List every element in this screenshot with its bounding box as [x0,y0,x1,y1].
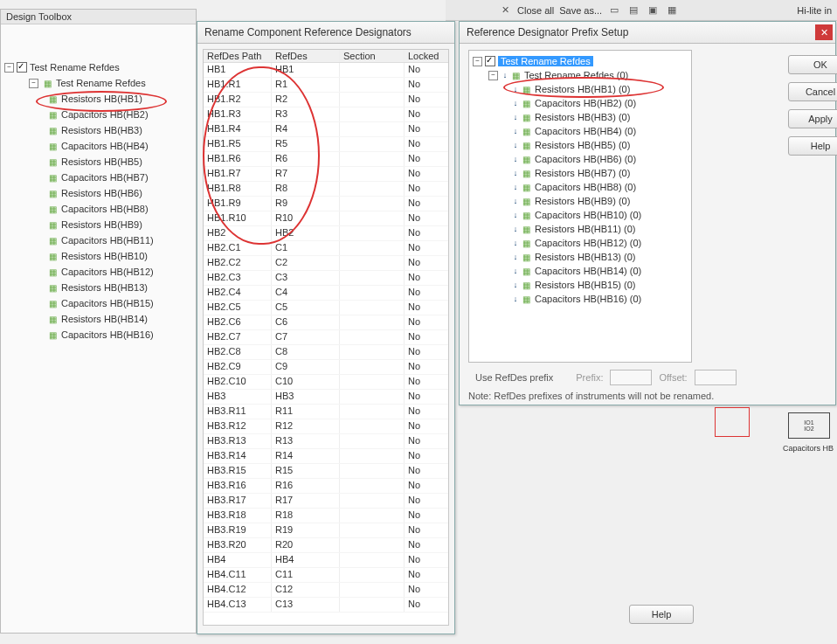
table-row[interactable]: HB1.R10R10No [204,211,448,226]
prefix-tree-item[interactable]: Capacitors HB(HB2) (0) [473,96,688,110]
table-row[interactable]: HB2HB2No [204,226,448,241]
expander-icon[interactable]: − [488,71,498,80]
table-row[interactable]: HB3.R11R11No [204,405,448,419]
tree-item[interactable]: Capacitors HB(HB8) [4,201,196,217]
col-refdes-path[interactable]: RefDes Path [204,50,272,62]
table-row[interactable]: HB2.C10C10No [204,375,448,390]
checkbox-icon[interactable] [485,56,495,66]
table-row[interactable]: HB3.R19R19No [204,523,448,538]
table-row[interactable]: HB4.C11C11No [204,568,448,583]
table-row[interactable]: HB3.R20R20No [204,538,448,553]
toolbar-icon-a[interactable]: ▭ [607,3,621,17]
col-locked[interactable]: Locked [405,50,449,62]
col-section[interactable]: Section [340,50,405,62]
table-row[interactable]: HB1.R7R7No [204,167,448,182]
table-row[interactable]: HB1HB1No [204,63,448,78]
toolbar-icon[interactable]: ✕ [498,3,512,17]
expander-icon[interactable]: − [473,57,482,66]
checkbox-icon[interactable] [17,62,27,73]
prefix-tree-item[interactable]: Capacitors HB(HB16) (0) [473,292,688,306]
tree-item[interactable]: Capacitors HB(HB15) [4,295,196,311]
table-row[interactable]: HB4HB4No [204,553,448,568]
col-refdes[interactable]: RefDes [272,50,340,62]
cancel-button[interactable]: Cancel [788,82,837,101]
table-row[interactable]: HB2.C4C4No [204,286,448,301]
prefix-tree-item[interactable]: Resistors HB(HB5) (0) [473,138,688,152]
table-row[interactable]: HB2.C2C2No [204,256,448,271]
tree-item[interactable]: Resistors HB(HB5) [4,154,196,170]
table-row[interactable]: HB1.R3R3No [204,107,448,122]
table-row[interactable]: HB3.R15R15No [204,464,448,479]
table-row[interactable]: HB3.R16R16No [204,479,448,494]
table-row[interactable]: HB1.R9R9No [204,197,448,211]
table-row[interactable]: HB1.R4R4No [204,122,448,137]
prefix-tree-item[interactable]: Resistors HB(HB11) (0) [473,222,688,236]
prefix-tree-item[interactable]: Resistors HB(HB13) (0) [473,250,688,264]
prefix-tree-item[interactable]: Capacitors HB(HB12) (0) [473,236,688,250]
table-row[interactable]: HB2.C5C5No [204,301,448,315]
prefix-tree-root[interactable]: − Test Rename Refdes [473,54,688,68]
prefix-tree-item[interactable]: Capacitors HB(HB8) (0) [473,180,688,194]
menu-save-as[interactable]: Save as... [559,5,602,16]
prefix-tree-item[interactable]: Capacitors HB(HB14) (0) [473,264,688,278]
table-row[interactable]: HB3.R12R12No [204,419,448,434]
toolbar-icon-b[interactable]: ▤ [626,3,640,17]
table-row[interactable]: HB3.R18R18No [204,509,448,523]
table-row[interactable]: HB1.R5R5No [204,137,448,152]
table-row[interactable]: HB2.C3C3No [204,271,448,286]
prefix-tree-item[interactable]: Resistors HB(HB7) (0) [473,166,688,180]
tree-item[interactable]: Resistors HB(HB10) [4,248,196,264]
table-row[interactable]: HB2.C8C8No [204,345,448,360]
help-button[interactable]: Help [788,136,837,156]
tree-item[interactable]: Resistors HB(HB13) [4,280,196,295]
menu-close-all[interactable]: Close all [517,5,554,16]
tree-item[interactable]: Capacitors HB(HB11) [4,232,196,248]
table-row[interactable]: HB3.R13R13No [204,434,448,449]
table-row[interactable]: HB3.R14R14No [204,449,448,464]
toolbar-icon-c[interactable]: ▣ [646,3,660,17]
help-button-lower[interactable]: Help [629,605,694,624]
table-row[interactable]: HB4.C12C12No [204,583,448,598]
toolbar-icon-d[interactable]: ▦ [665,3,679,17]
tree-subroot[interactable]: − Test Rename Refdes [4,75,196,91]
cell [340,315,405,329]
table-row[interactable]: HB2.C9C9No [204,360,448,375]
prefix-tree-item[interactable]: Resistors HB(HB3) (0) [473,110,688,124]
expander-icon[interactable]: − [4,63,14,73]
table-row[interactable]: HB1.R6R6No [204,152,448,167]
table-row[interactable]: HB2.C1C1No [204,241,448,256]
tree-item[interactable]: Capacitors HB(HB4) [4,138,196,154]
table-row[interactable]: HB2.C7C7No [204,330,448,345]
prefix-tree-item[interactable]: Resistors HB(HB1) (0) [473,82,688,96]
prefix-tree-item[interactable]: Resistors HB(HB9) (0) [473,194,688,208]
tree-root[interactable]: − Test Rename Refdes [4,59,196,75]
prefix-tree-item[interactable]: Capacitors HB(HB6) (0) [473,152,688,166]
tree-item[interactable]: Resistors HB(HB1) [4,91,196,107]
prefix-input[interactable] [610,370,652,385]
table-row[interactable]: HB3HB3No [204,390,448,405]
tree-item[interactable]: Resistors HB(HB9) [4,217,196,232]
prefix-tree-item[interactable]: Capacitors HB(HB10) (0) [473,208,688,222]
table-row[interactable]: HB1.R8R8No [204,182,448,197]
table-row[interactable]: HB2.C6C6No [204,315,448,330]
table-row[interactable]: HB4.C13C13No [204,598,448,613]
apply-button[interactable]: Apply [788,109,837,128]
table-row[interactable]: HB3.R17R17No [204,494,448,509]
tree-item[interactable]: Capacitors HB(HB16) [4,327,196,343]
tree-item[interactable]: Capacitors HB(HB12) [4,264,196,280]
tree-item[interactable]: Resistors HB(HB6) [4,185,196,201]
expander-icon[interactable]: − [29,79,38,88]
table-row[interactable]: HB1.R1R1No [204,78,448,93]
tree-item[interactable]: Capacitors HB(HB7) [4,170,196,185]
prefix-tree-sub[interactable]: − Test Rename Refdes (0) [473,68,688,82]
tree-item[interactable]: Resistors HB(HB3) [4,122,196,138]
prefix-tree-item[interactable]: Capacitors HB(HB4) (0) [473,124,688,138]
ok-button[interactable]: OK [788,55,837,74]
tree-item[interactable]: Capacitors HB(HB2) [4,107,196,122]
offset-input[interactable] [695,370,737,385]
tree-item[interactable]: Resistors HB(HB14) [4,311,196,327]
table-row[interactable]: HB1.R2R2No [204,93,448,107]
prefix-tree-item[interactable]: Resistors HB(HB15) (0) [473,278,688,292]
close-icon[interactable]: ✕ [815,24,833,40]
cell [340,494,405,508]
